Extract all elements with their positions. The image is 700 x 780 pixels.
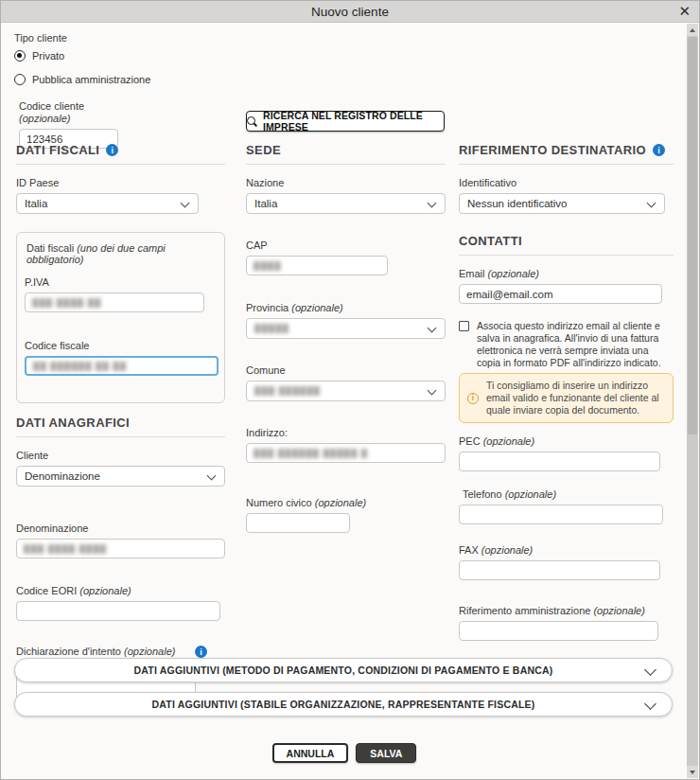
identificativo-label: Identificativo (459, 177, 674, 189)
dati-fiscali-info-icon[interactable]: i (106, 144, 118, 156)
email-warning-text: Ti consigliamo di inserire un indirizzo … (486, 380, 659, 416)
radio-pubblica-label: Pubblica amministrazione (32, 74, 150, 85)
codice-fiscale-input[interactable]: ██ ██████ ██ ██ (25, 356, 219, 376)
id-paese-select[interactable]: Italia (16, 193, 199, 214)
close-icon[interactable]: ✕ (678, 1, 691, 22)
piva-input[interactable]: ███ ████ ██ (25, 292, 204, 312)
provincia-label: Provincia (opzionale) (246, 302, 446, 314)
email-input[interactable] (459, 284, 662, 304)
cap-masked-value: ████ (254, 261, 282, 271)
pec-input[interactable] (459, 452, 660, 471)
telefono-field: Telefono (opzionale) (459, 488, 674, 524)
sede-title-text: SEDE (246, 143, 281, 157)
column-sede: SEDE Nazione Italia CAP ████ Provincia (… (246, 143, 446, 533)
comune-field: Comune ███ ██████ (246, 364, 446, 401)
codice-fiscale-label: Codice fiscale (25, 340, 217, 352)
comune-select[interactable]: ███ ██████ (246, 381, 446, 401)
sede-title: SEDE (246, 143, 446, 165)
email-field: Email (opzionale) (459, 268, 674, 304)
telefono-label: Telefono (opzionale) (463, 488, 674, 501)
riferimento-destinatario-title-text: RIFERIMENTO DESTINATARIO (459, 143, 646, 157)
scroll-up-button[interactable] (687, 24, 698, 36)
telefono-input[interactable] (459, 505, 663, 524)
codice-eori-label: Codice EORI (opzionale) (16, 585, 225, 597)
radio-privato[interactable]: Privato (14, 50, 150, 62)
identificativo-value: Nessun identificativo (467, 198, 567, 209)
email-label: Email (opzionale) (459, 268, 674, 280)
scroll-up-icon (690, 28, 695, 32)
radio-pubblica-icon[interactable] (14, 74, 26, 85)
codice-fiscale-masked-value: ██ ██████ ██ ██ (33, 362, 127, 371)
scroll-down-button[interactable] (687, 766, 698, 778)
salva-button[interactable]: SALVA (356, 743, 416, 763)
fax-input[interactable] (459, 560, 660, 580)
dati-fiscali-box: Dati fiscali (uno dei due campi obbligat… (16, 232, 225, 403)
piva-label: P.IVA (25, 276, 217, 289)
chevron-down-icon (428, 324, 437, 333)
associa-email-text: Associa questo indirizzo email al client… (477, 320, 674, 369)
riferimento-destinatario-title: RIFERIMENTO DESTINATARIO i (459, 143, 674, 165)
radio-privato-icon[interactable] (14, 50, 26, 62)
dati-anagrafici-title: DATI ANAGRAFICI (16, 416, 225, 437)
indirizzo-input[interactable]: ███ ██████ █████ █ (246, 443, 446, 463)
ricerca-registro-imprese-button[interactable]: RICERCA NEL REGISTRO DELLE IMPRESE (246, 111, 445, 132)
accordion-dati-aggiuntivi-pagamento[interactable]: DATI AGGIUNTIVI (METODO DI PAGAMENTO, CO… (14, 658, 673, 682)
annulla-button[interactable]: ANNULLA (272, 743, 349, 763)
identificativo-select[interactable]: Nessun identificativo (459, 193, 665, 214)
id-paese-field: ID Paese Italia (16, 177, 225, 214)
id-paese-label: ID Paese (16, 177, 225, 189)
codice-eori-input[interactable] (16, 601, 220, 621)
cap-label: CAP (246, 239, 446, 252)
chevron-down-icon (644, 664, 656, 676)
indirizzo-field: Indirizzo: ███ ██████ █████ █ (246, 427, 446, 463)
ricerca-button-label: RICERCA NEL REGISTRO DELLE IMPRESE (263, 110, 444, 133)
provincia-masked-value: █████ (254, 324, 289, 333)
riferimento-destinatario-info-icon[interactable]: i (653, 144, 665, 156)
indirizzo-masked-value: ███ ██████ █████ █ (254, 449, 368, 458)
search-icon (247, 116, 257, 127)
contatti-title: CONTATTI (459, 234, 674, 256)
denominazione-masked-value: ███ ████ ████ (24, 544, 107, 554)
cliente-value: Denominazione (25, 470, 100, 482)
accordion-organizzazione-label: DATI AGGIUNTIVI (STABILE ORGANIZZAZIONE,… (152, 699, 535, 710)
column-riferimento-destinatario: RIFERIMENTO DESTINATARIO i Identificativ… (459, 143, 674, 641)
tipo-cliente-group: Tipo cliente Privato Pubblica amministra… (14, 32, 150, 85)
nazione-value: Italia (254, 198, 277, 209)
provincia-select[interactable]: █████ (246, 318, 446, 339)
chevron-down-icon (207, 471, 217, 481)
contatti-title-text: CONTATTI (459, 234, 522, 248)
fax-label: FAX (opzionale) (459, 544, 674, 557)
tipo-cliente-label: Tipo cliente (14, 32, 150, 44)
numero-civico-input[interactable] (246, 513, 350, 533)
associa-email-checkbox-row[interactable]: Associa questo indirizzo email al client… (459, 320, 674, 369)
dati-anagrafici-title-text: DATI ANAGRAFICI (16, 416, 130, 430)
pec-label: PEC (opzionale) (459, 435, 674, 448)
dati-fiscali-box-label: Dati fiscali (uno dei due campi obbligat… (26, 242, 217, 265)
codice-cliente-field: Codice cliente (opzionale) (19, 100, 118, 149)
riferimento-amministrazione-input[interactable] (459, 621, 658, 641)
associa-email-checkbox[interactable] (459, 321, 469, 331)
chevron-down-icon (644, 698, 656, 710)
radio-pubblica-amministrazione[interactable]: Pubblica amministrazione (14, 74, 150, 85)
pec-field: PEC (opzionale) (459, 435, 674, 471)
dati-fiscali-title-text: DATI FISCALI (16, 143, 99, 157)
cliente-field: Cliente Denominazione (16, 450, 225, 487)
dichiarazione-info-icon[interactable]: i (195, 646, 207, 658)
cliente-select[interactable]: Denominazione (16, 466, 225, 487)
nazione-select[interactable]: Italia (246, 193, 446, 214)
cap-field: CAP ████ (246, 239, 446, 275)
warning-info-icon: i (467, 393, 479, 404)
email-warning-box: i Ti consigliamo di inserire un indirizz… (459, 373, 674, 423)
accordion-dati-aggiuntivi-organizzazione[interactable]: DATI AGGIUNTIVI (STABILE ORGANIZZAZIONE,… (14, 692, 673, 717)
dialog-header: Nuovo cliente ✕ (1, 1, 699, 23)
accordion-pagamento-label: DATI AGGIUNTIVI (METODO DI PAGAMENTO, CO… (134, 665, 553, 676)
comune-masked-value: ███ ██████ (254, 386, 321, 396)
scrollbar-thumb[interactable] (688, 37, 697, 434)
riferimento-amministrazione-label: Riferimento amministrazione (opzionale) (459, 605, 674, 617)
chevron-down-icon (647, 199, 656, 208)
vertical-scrollbar[interactable] (687, 24, 698, 778)
dichiarazione-intento-label: Dichiarazione d'intento (opzionale) (16, 646, 175, 658)
denominazione-input[interactable]: ███ ████ ████ (16, 539, 225, 558)
cap-input[interactable]: ████ (246, 256, 388, 275)
chevron-down-icon (428, 386, 437, 396)
